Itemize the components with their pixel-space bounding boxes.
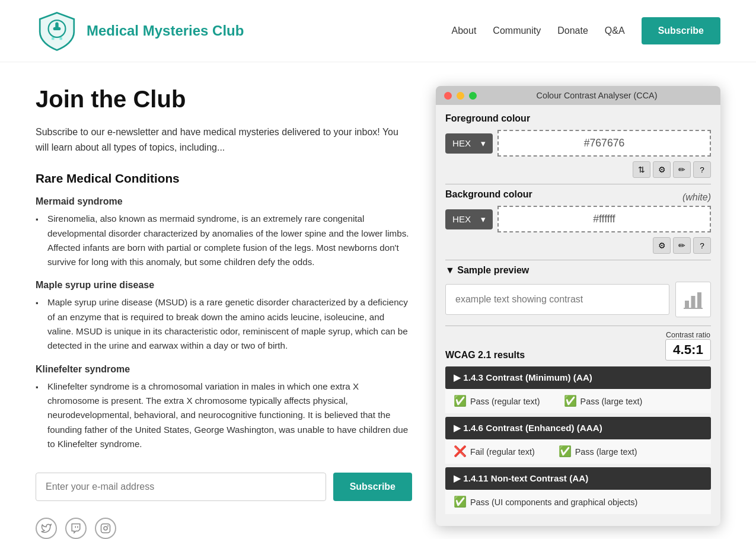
site-title: Medical Mysteries Club [87,23,244,39]
wcag-result-aaa-regular-label: Fail (regular text) [470,447,535,457]
instagram-icon[interactable] [95,518,116,539]
wcag-accordion-aaa-body: ❌ Fail (regular text) ✅ Pass (large text… [445,439,711,464]
contrast-ratio-box: Contrast ratio 4.5:1 [665,331,711,361]
wcag-result-aaa-large: ✅ Pass (large text) [559,445,637,458]
wcag-accordion-aaa-header[interactable]: ▶ 1.4.6 Contrast (Enhanced) (AAA) [445,417,711,439]
titlebar-minimize-dot[interactable] [457,92,464,100]
condition-klinefelter: Klinefelter syndrome Klinefelter syndrom… [36,364,412,452]
pass-icon-aa-regular: ✅ [454,395,467,407]
cca-window: Colour Contrast Analyser (CCA) Foregroun… [436,86,720,526]
wcag-result-aa-large: ✅ Pass (large text) [564,395,643,407]
condition-name-0: Mermaid syndrome [36,196,412,207]
titlebar-close-dot[interactable] [444,92,452,100]
divider-3 [445,326,711,326]
left-column: Join the Club Subscribe to our e-newslet… [36,86,412,539]
foreground-color-row: HEX ▾ [445,130,711,157]
wcag-result-nontext: ✅ Pass (UI components and graphical obje… [454,496,637,508]
svg-rect-5 [101,524,110,533]
condition-name-1: Maple syrup urine disease [36,280,412,291]
background-white-label: (white) [682,192,711,203]
foreground-help-button[interactable]: ? [693,161,711,178]
email-form: Subscribe [36,473,412,501]
background-help-button[interactable]: ? [693,237,711,254]
divider-2 [445,260,711,260]
wcag-result-aa-regular-label: Pass (regular text) [470,397,540,406]
foreground-settings-button[interactable]: ⚙ [653,161,671,178]
sample-text-box: example text showing contrast [445,284,669,315]
foreground-tools: ⇅ ⚙ ✏ ? [445,161,711,178]
condition-desc-2: Klinefelter syndrome is a chromosomal va… [36,379,412,452]
wcag-accordion-nontext: ▶ 1.4.11 Non-text Contrast (AA) ✅ Pass (… [445,467,711,514]
pass-icon-nontext: ✅ [454,496,467,508]
wcag-result-aa-regular: ✅ Pass (regular text) [454,395,540,407]
bar-chart-icon [682,289,704,310]
header-subscribe-button[interactable]: Subscribe [642,17,720,44]
foreground-swap-button[interactable]: ⇅ [633,161,650,178]
wcag-result-aa-large-label: Pass (large text) [580,397,643,406]
svg-rect-4 [60,37,63,40]
svg-rect-3 [52,37,55,40]
sample-preview-row: example text showing contrast [445,282,711,317]
cca-titlebar: Colour Contrast Analyser (CCA) [436,86,720,105]
background-section: Background colour (white) HEX ▾ ⚙ ✏ ? [445,189,711,254]
contrast-ratio-value: 4.5:1 [665,339,711,361]
chart-icon-box [675,282,711,317]
condition-desc-0: Sirenomelia, also known as mermaid syndr… [36,212,412,269]
header: Medical Mysteries Club About Community D… [0,0,756,62]
wcag-accordion-aa-body: ✅ Pass (regular text) ✅ Pass (large text… [445,389,711,413]
page-title: Join the Club [36,86,412,113]
background-settings-button[interactable]: ⚙ [653,237,671,254]
nav-qa[interactable]: Q&A [605,25,625,36]
foreground-eyedropper-button[interactable]: ✏ [673,161,691,178]
nav-about[interactable]: About [452,25,477,36]
titlebar-maximize-dot[interactable] [469,92,477,100]
wcag-accordion-aaa: ▶ 1.4.6 Contrast (Enhanced) (AAA) ❌ Fail… [445,417,711,464]
foreground-hex-input[interactable] [497,130,711,157]
twitch-icon[interactable] [65,518,87,539]
condition-maple: Maple syrup urine disease Maple syrup ur… [36,280,412,353]
divider-1 [445,184,711,184]
email-subscribe-button[interactable]: Subscribe [333,473,412,501]
background-tools: ⚙ ✏ ? [445,237,711,254]
pass-icon-aa-large: ✅ [564,395,577,407]
fail-icon-aaa-regular: ❌ [454,445,467,458]
cca-body: Foreground colour HEX ▾ ⇅ ⚙ ✏ ? [436,105,720,526]
main-nav: About Community Donate Q&A Subscribe [452,17,720,44]
page-description: Subscribe to our e-newsletter and have m… [36,125,412,155]
condition-name-2: Klinefelter syndrome [36,364,412,375]
logo-icon [36,9,78,52]
background-color-row: HEX ▾ [445,206,711,232]
svg-point-7 [108,526,109,527]
wcag-header: WCAG 2.1 results Contrast ratio 4.5:1 [445,331,711,361]
pass-icon-aaa-large: ✅ [559,445,572,458]
svg-rect-10 [697,292,701,308]
background-hex-input[interactable] [497,206,711,232]
wcag-result-nontext-label: Pass (UI components and graphical object… [470,497,637,507]
wcag-result-aaa-large-label: Pass (large text) [575,447,637,457]
cca-window-container: Colour Contrast Analyser (CCA) Foregroun… [436,86,720,539]
social-icons [36,518,412,539]
background-format-select[interactable]: HEX ▾ [445,209,493,229]
contrast-ratio-title: Contrast ratio [665,331,711,339]
svg-rect-9 [691,296,696,308]
nav-donate[interactable]: Donate [557,25,588,36]
svg-rect-2 [53,27,61,30]
wcag-label: WCAG 2.1 results [445,350,525,361]
wcag-accordion-nontext-header[interactable]: ▶ 1.4.11 Non-text Contrast (AA) [445,467,711,490]
wcag-accordion-aa-header[interactable]: ▶ 1.4.3 Contrast (Minimum) (AA) [445,366,711,389]
nav-community[interactable]: Community [493,25,541,36]
sample-preview-label: ▼ Sample preview [445,265,711,276]
background-eyedropper-button[interactable]: ✏ [673,237,691,254]
section-title: Rare Medical Conditions [36,171,412,186]
chevron-down-icon: ▾ [481,138,486,149]
twitter-icon[interactable] [36,518,57,539]
svg-point-6 [104,527,107,530]
email-input[interactable] [36,473,326,501]
background-label: Background colour [445,189,532,200]
condition-mermaid: Mermaid syndrome Sirenomelia, also known… [36,196,412,269]
logo-area: Medical Mysteries Club [36,9,244,52]
main-content: Join the Club Subscribe to our e-newslet… [0,62,756,539]
bg-hex-label: HEX [452,214,471,224]
foreground-format-select[interactable]: HEX ▾ [445,133,493,154]
foreground-label: Foreground colour [445,113,711,124]
